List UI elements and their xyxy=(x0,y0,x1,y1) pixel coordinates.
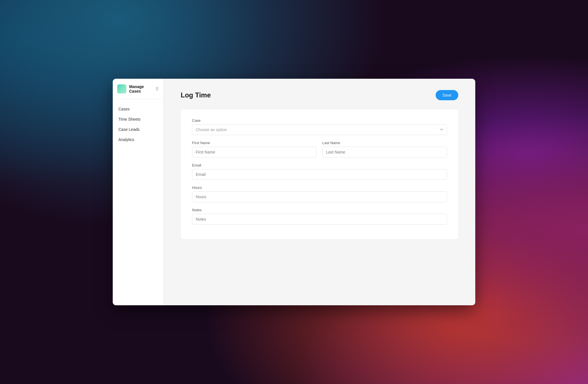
last-name-label: Last Name xyxy=(322,141,447,145)
sidebar: Manage Cases ⠿ Cases Time Sheets Case Le… xyxy=(113,79,164,305)
first-name-input[interactable] xyxy=(192,147,317,157)
first-name-group: First Name xyxy=(192,141,317,157)
name-row: First Name Last Name xyxy=(192,141,447,157)
last-name-group: Last Name xyxy=(322,141,447,157)
app-title: Manage Cases xyxy=(129,84,153,93)
hours-input[interactable] xyxy=(192,191,447,202)
last-name-input[interactable] xyxy=(322,147,447,157)
hours-label: Hours xyxy=(192,185,447,190)
sidebar-header: Manage Cases ⠿ xyxy=(113,79,163,99)
form-header: Log Time Save xyxy=(181,90,458,100)
sidebar-item-case-leads[interactable]: Case Leads xyxy=(113,124,163,135)
form-title: Log Time xyxy=(181,91,211,99)
save-button[interactable]: Save xyxy=(436,90,458,100)
first-name-label: First Name xyxy=(192,141,317,145)
email-input[interactable] xyxy=(192,169,447,180)
app-logo xyxy=(117,84,126,93)
case-label: Case xyxy=(192,118,447,123)
hours-field-group: Hours xyxy=(192,185,447,202)
sidebar-item-cases[interactable]: Cases xyxy=(113,104,163,114)
email-field-group: Email xyxy=(192,163,447,180)
grid-icon[interactable]: ⠿ xyxy=(155,86,159,92)
main-content: Log Time Save Case Choose an option Firs… xyxy=(164,79,475,305)
notes-field-group: Notes xyxy=(192,208,447,225)
sidebar-item-analytics[interactable]: Analytics xyxy=(113,135,163,145)
case-select[interactable]: Choose an option xyxy=(192,124,447,135)
app-window: Manage Cases ⠿ Cases Time Sheets Case Le… xyxy=(113,79,475,305)
form-section: Case Choose an option First Name Last Na… xyxy=(181,109,458,239)
notes-label: Notes xyxy=(192,208,447,212)
notes-input[interactable] xyxy=(192,214,447,225)
sidebar-nav: Cases Time Sheets Case Leads Analytics xyxy=(113,99,163,149)
sidebar-item-time-sheets[interactable]: Time Sheets xyxy=(113,114,163,124)
case-field-group: Case Choose an option xyxy=(192,118,447,135)
email-label: Email xyxy=(192,163,447,167)
